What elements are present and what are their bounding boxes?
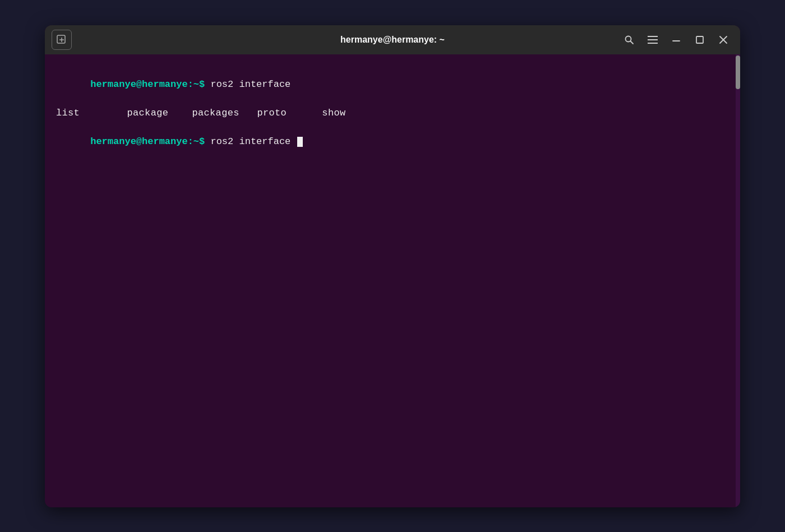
terminal-cursor (297, 137, 303, 147)
window-title: hermanye@hermanye: ~ (340, 35, 445, 45)
titlebar: hermanye@hermanye: ~ (45, 25, 740, 54)
new-tab-button[interactable] (52, 30, 72, 50)
scrollbar[interactable] (736, 54, 740, 507)
close-icon (719, 35, 728, 44)
maximize-icon (695, 35, 704, 44)
new-tab-icon (57, 35, 67, 45)
prompt-cmd-1: ros2 interface (205, 79, 290, 90)
svg-line-4 (631, 41, 634, 44)
maximize-button[interactable] (690, 30, 710, 50)
hamburger-icon (648, 36, 658, 44)
terminal-body[interactable]: hermanye@hermanye:~$ ros2 interface list… (45, 54, 740, 507)
prompt-cmd-3: ros2 interface (205, 136, 296, 147)
terminal-line-3: hermanye@hermanye:~$ ros2 interface (56, 121, 729, 164)
scrollbar-thumb[interactable] (736, 55, 740, 89)
minimize-icon (672, 35, 681, 44)
prompt-user-3: hermanye@hermanye:~$ (90, 136, 205, 147)
search-button[interactable] (619, 30, 639, 50)
close-button[interactable] (713, 30, 733, 50)
terminal-autocomplete: list package packages proto show (56, 106, 729, 121)
svg-rect-9 (696, 36, 703, 43)
terminal-line-1: hermanye@hermanye:~$ ros2 interface (56, 63, 729, 107)
search-icon (624, 35, 634, 45)
titlebar-controls (619, 30, 733, 50)
menu-button[interactable] (643, 30, 663, 50)
titlebar-left (52, 30, 72, 50)
minimize-button[interactable] (666, 30, 686, 50)
terminal-window: hermanye@hermanye: ~ (45, 25, 740, 507)
svg-rect-0 (57, 35, 65, 43)
prompt-user-1: hermanye@hermanye:~$ (90, 79, 205, 90)
